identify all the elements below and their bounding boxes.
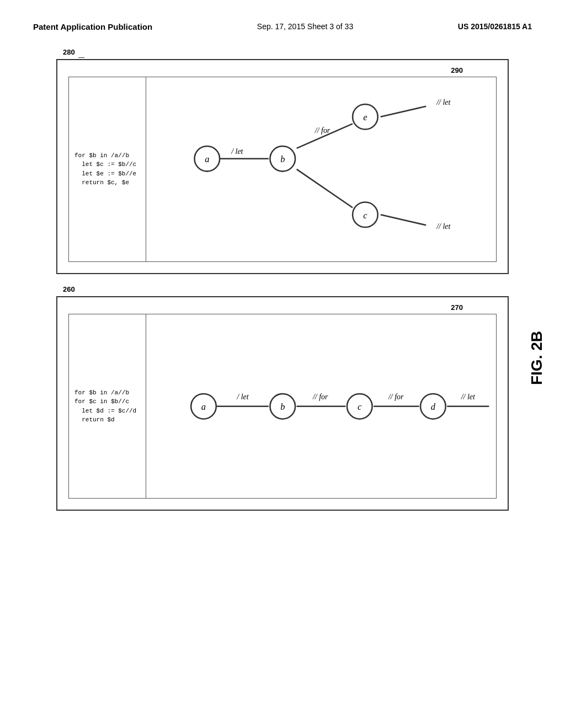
top-code: for $b in /a//b let $c := $b//c let $e :…	[69, 77, 146, 261]
svg-text:// let: // let	[436, 98, 451, 106]
figure-label: FIG. 2B	[528, 331, 546, 385]
svg-text:c: c	[358, 402, 362, 412]
svg-text:c: c	[363, 210, 367, 221]
svg-text:/ let: / let	[231, 147, 243, 156]
bottom-code: for $b in /a//b for $c in $b//c let $d :…	[69, 314, 146, 499]
bottom-graph: a b c d / let // fo	[146, 314, 496, 499]
svg-line-3	[381, 106, 426, 117]
bottom-graph-svg: a b c d / let // fo	[146, 314, 496, 499]
top-diagram: 280 — 290 for $b in /a//b let $c := $b//…	[56, 59, 509, 274]
header-right: US 2015/0261815 A1	[458, 22, 532, 31]
svg-text:// for: // for	[312, 393, 328, 401]
svg-text:// for: // for	[315, 126, 331, 135]
label-280: 280	[63, 48, 75, 56]
page-header: Patent Application Publication Sep. 17, …	[0, 0, 565, 42]
top-graph-svg: a b e c / let // fo	[146, 77, 496, 261]
svg-text:e: e	[363, 112, 367, 122]
label-270: 270	[451, 303, 463, 312]
svg-line-4	[381, 215, 426, 225]
svg-text:/ let: / let	[236, 393, 249, 401]
svg-text:a: a	[201, 402, 206, 412]
svg-text:// for: // for	[388, 393, 404, 401]
svg-text:b: b	[280, 154, 285, 164]
header-left: Patent Application Publication	[33, 22, 152, 31]
bottom-diagram: 260 270 for $b in /a//b for $c in $b//c …	[56, 296, 509, 511]
label-260: 260	[63, 285, 75, 293]
svg-text:a: a	[205, 154, 209, 164]
top-graph: a b e c / let // fo	[146, 77, 496, 261]
main-content: 280 — 290 for $b in /a//b let $c := $b//…	[0, 42, 565, 527]
svg-text:b: b	[280, 402, 285, 412]
svg-text:// let: // let	[461, 393, 476, 401]
header-center: Sep. 17, 2015 Sheet 3 of 33	[257, 22, 353, 31]
svg-line-2	[297, 169, 353, 208]
svg-text:d: d	[431, 402, 436, 412]
label-290: 290	[451, 66, 463, 74]
svg-text:// let: // let	[436, 222, 451, 231]
